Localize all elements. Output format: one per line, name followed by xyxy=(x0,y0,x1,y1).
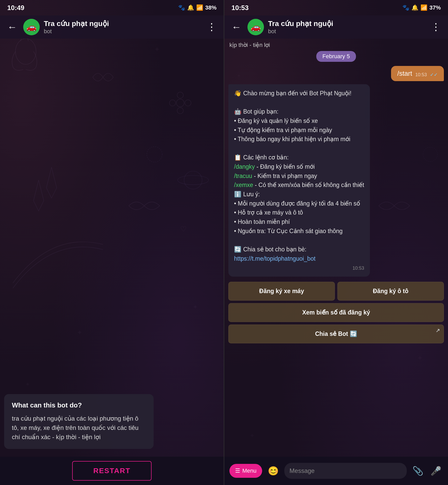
left-paw-icon: 🐾 xyxy=(178,4,185,11)
share-bot-label: Chia sẻ Bot 🔄 xyxy=(315,330,357,337)
feature-1: • Đăng ký và quản lý biển số xe xyxy=(234,116,364,126)
scrolled-text: kịp thời - tiện lợi xyxy=(224,39,448,48)
info-card-body: tra cứu phạt nguội của các loại phương t… xyxy=(12,414,146,442)
right-input-bar: ☰ Menu 😊 📎 🎤 xyxy=(224,457,448,485)
outgoing-bubble: /start 10:53 ✓✓ xyxy=(391,66,444,81)
note-label: ℹ️ Lưu ý: xyxy=(234,190,364,199)
message-input[interactable] xyxy=(284,463,407,479)
right-status-bar: 10:53 🐾 🔔 📶 37% xyxy=(224,0,448,15)
menu-button[interactable]: ☰ Menu xyxy=(229,464,262,478)
bot-action-buttons: Đăng ký xe máy Đăng ký ô tô Xem biển số … xyxy=(228,282,444,343)
left-chat-area: What can this bot do? tra cứu phạt nguội… xyxy=(0,39,224,457)
bot-intro-line: 🤖 Bot giúp bạn: xyxy=(234,107,364,116)
share-arrow-icon: ↗ xyxy=(436,327,440,334)
left-bottom-bar: RESTART xyxy=(0,457,224,485)
feature-3: • Thông báo ngay khi phát hiện vi phạm m… xyxy=(234,135,364,144)
date-badge: February 5 xyxy=(228,51,444,62)
greeting-line: 👋 Chào mừng bạn đến với Bot Phạt Nguội! xyxy=(234,89,364,98)
date-badge-text: February 5 xyxy=(316,51,356,62)
btn-dangky-oto[interactable]: Đăng ký ô tô xyxy=(337,282,444,301)
emoji-button[interactable]: 😊 xyxy=(266,464,280,478)
right-chat-area: February 5 /start 10:53 ✓✓ 👋 Chào mừng b… xyxy=(224,48,448,457)
note-1: • Mỗi người dùng được đăng ký tối đa 4 b… xyxy=(234,199,364,208)
info-card-title: What can this bot do? xyxy=(12,401,146,409)
left-more-button[interactable]: ⋮ xyxy=(205,19,219,35)
right-more-button[interactable]: ⋮ xyxy=(429,19,443,35)
hamburger-icon: ☰ xyxy=(235,467,240,474)
left-bot-info: Tra cứu phạt nguội bot xyxy=(44,19,201,35)
btn-row-1: Đăng ký xe máy Đăng ký ô tô xyxy=(228,282,444,301)
left-status-bar: 10:49 🐾 🔔 📶 38% xyxy=(0,0,224,15)
share-text: 🔄 Chia sẻ bot cho bạn bè: xyxy=(234,245,364,254)
cmd-dangky: /dangky - Đăng ký biển số mới xyxy=(234,162,364,172)
cmd-xemxe: /xemxe - Có thể xem/xóa biển số không cầ… xyxy=(234,181,364,190)
bubble-in-time: 10:53 xyxy=(234,265,364,272)
feature-2: • Tự động kiểm tra vi phạm mỗi ngày xyxy=(234,126,364,135)
right-alarm-icon: 🔔 xyxy=(411,4,418,11)
right-signal-icon: 📶 xyxy=(420,4,427,11)
note-4: • Nguồn tra: Từ Cục Cảnh sát giao thông xyxy=(234,227,364,236)
note-2: • Hỗ trợ cả xe máy và ô tô xyxy=(234,208,364,217)
attach-button[interactable]: 📎 xyxy=(411,464,425,478)
left-back-button[interactable]: ← xyxy=(5,20,19,35)
right-time: 10:53 xyxy=(231,4,249,12)
btn-chia-se-bot[interactable]: Chia sẻ Bot 🔄 ↗ xyxy=(228,325,444,343)
left-bot-avatar: 🚗 xyxy=(23,19,40,35)
right-bot-avatar: 🚗 xyxy=(247,19,264,35)
right-bot-info: Tra cứu phạt nguội bot xyxy=(268,19,425,35)
right-back-button[interactable]: ← xyxy=(229,20,243,35)
outgoing-text: /start xyxy=(397,70,412,78)
left-header: ← 🚗 Tra cứu phạt nguội bot ⋮ xyxy=(0,15,224,39)
cmd-tracuu: /tracuu - Kiểm tra vi phạm ngay xyxy=(234,172,364,181)
outgoing-message: /start 10:53 ✓✓ xyxy=(228,66,444,81)
right-paw-icon: 🐾 xyxy=(402,4,409,11)
right-header: ← 🚗 Tra cứu phạt nguội bot ⋮ xyxy=(224,15,448,39)
incoming-bubble: 👋 Chào mừng bạn đến với Bot Phạt Nguội! … xyxy=(228,84,370,277)
right-bot-name: Tra cứu phạt nguội xyxy=(268,19,425,28)
mic-button[interactable]: 🎤 xyxy=(429,464,443,478)
left-alarm-icon: 🔔 xyxy=(187,4,194,11)
menu-label: Menu xyxy=(242,467,256,474)
btn-dangky-xemay[interactable]: Đăng ký xe máy xyxy=(228,282,335,301)
checkmarks-icon: ✓✓ xyxy=(430,72,438,78)
left-bot-label: bot xyxy=(44,28,201,35)
left-battery: 38% xyxy=(205,4,217,11)
note-3: • Hoàn toàn miễn phí xyxy=(234,217,364,227)
left-time: 10:49 xyxy=(7,4,24,12)
share-link[interactable]: https://t.me/topidphatnguoi_bot xyxy=(234,254,364,263)
incoming-message: 👋 Chào mừng bạn đến với Bot Phạt Nguội! … xyxy=(228,84,444,277)
right-battery: 37% xyxy=(429,4,441,11)
right-bot-label: bot xyxy=(268,28,425,35)
left-signal-icon: 📶 xyxy=(196,4,203,11)
outgoing-time: 10:53 xyxy=(415,72,427,78)
commands-label: 📋 Các lệnh cơ bản: xyxy=(234,153,364,162)
btn-xem-bienso[interactable]: Xem biển số đã đăng ký xyxy=(228,303,444,322)
restart-button[interactable]: RESTART xyxy=(72,461,152,481)
left-bot-name: Tra cứu phạt nguội xyxy=(44,19,201,28)
info-card: What can this bot do? tra cứu phạt nguội… xyxy=(4,394,154,449)
